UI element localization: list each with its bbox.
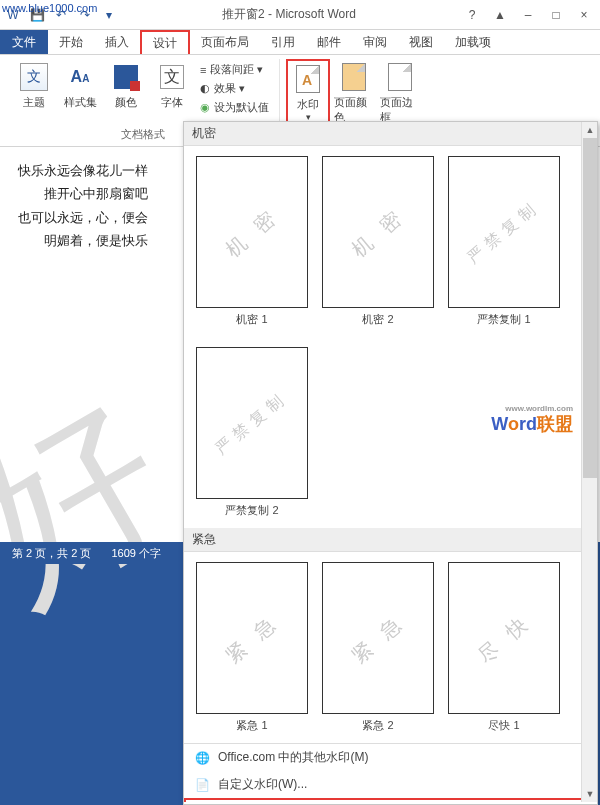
wordlm-logo: www.wordlm.com Word联盟 — [491, 412, 573, 436]
themes-label: 主题 — [23, 95, 45, 110]
styleset-label: 样式集 — [64, 95, 97, 110]
watermark-option[interactable]: 紧 急紧急 1 — [196, 562, 308, 733]
gallery-scrollbar[interactable]: ▲ ▼ — [581, 122, 597, 802]
scroll-down-icon[interactable]: ▼ — [582, 786, 597, 802]
word-count[interactable]: 1609 个字 — [111, 546, 161, 561]
fonts-label: 字体 — [161, 95, 183, 110]
menu-remove-watermark[interactable]: ✕删除水印(R) — [184, 798, 597, 802]
window-title: 推开窗2 - Microsoft Word — [120, 6, 458, 23]
source-url-overlay: www.blue1000.com — [2, 2, 97, 14]
paragraph-icon: ≡ — [200, 64, 206, 76]
watermark-option[interactable]: 机 密机密 2 — [322, 156, 434, 327]
help-button[interactable]: ? — [458, 4, 486, 26]
tab-layout[interactable]: 页面布局 — [190, 30, 260, 54]
tab-start[interactable]: 开始 — [48, 30, 94, 54]
gallery-section-confidential: 机密 — [184, 122, 597, 146]
watermark-label: 水印 — [297, 97, 319, 112]
paragraph-spacing-button[interactable]: ≡段落间距 ▾ — [196, 61, 273, 78]
maximize-button[interactable]: □ — [542, 4, 570, 26]
tab-mail[interactable]: 邮件 — [306, 30, 352, 54]
gallery-section-urgent: 紧急 — [184, 528, 597, 552]
styleset-icon: AA — [71, 68, 90, 86]
themes-button[interactable]: 文 主题 — [12, 59, 56, 112]
scroll-thumb[interactable] — [583, 138, 597, 478]
watermark-option[interactable]: 尽 快尽快 1 — [448, 562, 560, 733]
watermark-option[interactable]: 严禁复制严禁复制 1 — [448, 156, 560, 327]
globe-icon: 🌐 — [194, 750, 210, 766]
tab-addins[interactable]: 加载项 — [444, 30, 502, 54]
colors-button[interactable]: 颜色 — [104, 59, 148, 112]
watermark-option[interactable]: 紧 急紧急 2 — [322, 562, 434, 733]
ribbon-toggle-button[interactable]: ▲ — [486, 4, 514, 26]
page-border-button[interactable]: 页面边框 — [378, 59, 422, 127]
ribbon-tabs: 文件 开始 插入 设计 页面布局 引用 邮件 审阅 视图 加载项 — [0, 30, 600, 55]
tab-file[interactable]: 文件 — [0, 30, 48, 54]
scroll-up-icon[interactable]: ▲ — [582, 122, 597, 138]
colors-icon — [114, 65, 138, 89]
background-watermark: 好 — [0, 351, 208, 651]
watermark-gallery: 机密 机 密机密 1 机 密机密 2 严禁复制严禁复制 1 严禁复制严禁复制 2… — [183, 121, 598, 805]
watermark-option[interactable]: 机 密机密 1 — [196, 156, 308, 327]
tab-design[interactable]: 设计 — [140, 30, 190, 54]
page-color-button[interactable]: 页面颜色 — [332, 59, 376, 127]
tab-review[interactable]: 审阅 — [352, 30, 398, 54]
page-icon: 📄 — [194, 777, 210, 793]
tab-references[interactable]: 引用 — [260, 30, 306, 54]
effects-icon: ◐ — [200, 82, 210, 95]
menu-office-watermarks[interactable]: 🌐Office.com 中的其他水印(M) — [184, 744, 597, 771]
colors-label: 颜色 — [115, 95, 137, 110]
minimize-button[interactable]: – — [514, 4, 542, 26]
set-default-button[interactable]: ◉设为默认值 — [196, 99, 273, 116]
page-indicator[interactable]: 第 2 页，共 2 页 — [12, 546, 91, 561]
close-button[interactable]: × — [570, 4, 598, 26]
watermark-option[interactable]: 严禁复制严禁复制 2 — [196, 347, 308, 518]
page-border-icon — [388, 63, 412, 91]
page-color-icon — [342, 63, 366, 91]
tab-insert[interactable]: 插入 — [94, 30, 140, 54]
qat-dropdown-icon[interactable]: ▾ — [98, 4, 120, 26]
fonts-button[interactable]: 文 字体 — [150, 59, 194, 112]
themes-icon: 文 — [20, 63, 48, 91]
fonts-icon: 文 — [160, 65, 184, 89]
default-icon: ◉ — [200, 101, 210, 114]
styleset-button[interactable]: AA 样式集 — [58, 59, 102, 112]
watermark-icon — [296, 65, 320, 93]
watermark-button[interactable]: 水印 ▾ — [286, 59, 330, 126]
group-label-doc-format: 文档格式 — [121, 125, 165, 142]
menu-custom-watermark[interactable]: 📄自定义水印(W)... — [184, 771, 597, 798]
tab-view[interactable]: 视图 — [398, 30, 444, 54]
effects-button[interactable]: ◐效果 ▾ — [196, 80, 273, 97]
